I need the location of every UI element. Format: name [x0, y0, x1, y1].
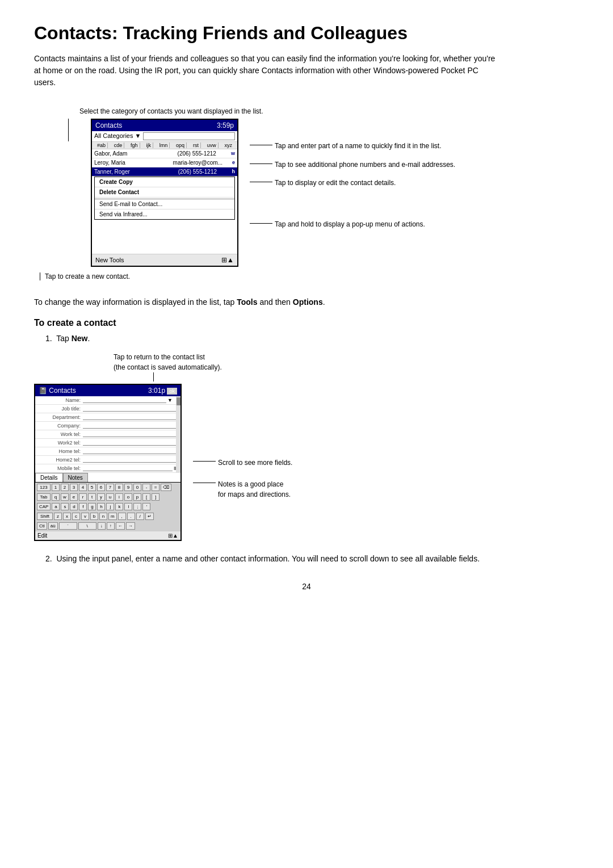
- kb-key-p[interactable]: p: [133, 493, 141, 501]
- kb-key-minus[interactable]: -: [142, 484, 150, 491]
- contact-row[interactable]: Gabor, Adam (206) 555-1212 w: [92, 149, 237, 158]
- tab-details[interactable]: Details: [35, 473, 63, 482]
- kb-key-6[interactable]: 6: [97, 484, 105, 491]
- kb-key-lbracket[interactable]: [: [142, 493, 150, 501]
- kb-key-tab[interactable]: Tab: [37, 493, 51, 501]
- page-number: 24: [34, 582, 579, 591]
- form-bottom-bar[interactable]: Edit ⊞▲: [35, 531, 180, 540]
- form-keyboard-icon[interactable]: ⊞▲: [168, 532, 178, 539]
- kb-key-h[interactable]: h: [97, 503, 105, 510]
- kb-key-quote[interactable]: ': [142, 503, 150, 510]
- contact-form-screen: 📓 Contacts 3:01p ok Name: ▼ Job title: D…: [34, 384, 182, 541]
- kb-key-u[interactable]: u: [106, 493, 114, 501]
- footer-new-tools[interactable]: New Tools: [95, 257, 124, 263]
- kb-key-q[interactable]: q: [52, 493, 60, 501]
- contacts-list-screen: Contacts 3:59p All Categories ▼ #ab cde …: [91, 119, 238, 267]
- kb-key-equal[interactable]: =: [152, 484, 159, 491]
- tab-notes[interactable]: Notes: [63, 473, 88, 482]
- kb-key-7[interactable]: 7: [106, 484, 114, 491]
- field-work2-tel[interactable]: Work2 tel:: [35, 439, 180, 447]
- kb-key-1[interactable]: 1: [52, 484, 60, 491]
- right-callouts: Tap and enter part of a name to quickly …: [250, 119, 579, 267]
- field-job-title[interactable]: Job title:: [35, 405, 180, 413]
- field-home2-tel[interactable]: Home2 tel:: [35, 456, 180, 464]
- category-dropdown[interactable]: All Categories ▼: [94, 132, 141, 140]
- kb-key-comma[interactable]: ,: [118, 513, 126, 520]
- kb-key-3[interactable]: 3: [70, 484, 78, 491]
- kb-key-s[interactable]: s: [61, 503, 69, 510]
- popup-send-infrared[interactable]: Send via Infrared...: [95, 209, 234, 219]
- kb-key-j[interactable]: j: [106, 503, 114, 510]
- kb-key-123[interactable]: 123: [37, 484, 51, 491]
- popup-create-copy[interactable]: Create Copy: [95, 177, 234, 187]
- kb-key-m[interactable]: m: [108, 513, 117, 520]
- popup-send-email[interactable]: Send E-mail to Contact...: [95, 199, 234, 209]
- kb-key-4[interactable]: 4: [79, 484, 87, 491]
- options-bold: Options: [293, 297, 323, 307]
- callout-scroll-fields: Scroll to see more fields.: [193, 458, 579, 468]
- kb-key-up[interactable]: ↑: [107, 522, 115, 530]
- kb-key-n[interactable]: n: [99, 513, 107, 520]
- form-screen-header: 📓 Contacts 3:01p ok: [35, 385, 180, 396]
- kb-key-backspace[interactable]: ⌫: [161, 484, 171, 491]
- kb-key-cap[interactable]: CAP: [37, 503, 51, 510]
- kb-key-9[interactable]: 9: [124, 484, 132, 491]
- field-company[interactable]: Company:: [35, 422, 180, 430]
- form-scrollbar[interactable]: [176, 396, 180, 473]
- step1-text: 1. Tap New.: [34, 334, 579, 343]
- callout-top-text: Select the category of contacts you want…: [79, 107, 263, 116]
- alpha-bar[interactable]: #ab cde fgh ijk lmn opq rst uvw xyz: [92, 142, 237, 149]
- diagram2-container: 📓 Contacts 3:01p ok Name: ▼ Job title: D…: [34, 384, 579, 541]
- kb-key-i[interactable]: i: [115, 493, 123, 501]
- kb-key-a[interactable]: a: [52, 503, 60, 510]
- form-footer-label[interactable]: Edit: [37, 532, 47, 539]
- kb-key-w[interactable]: w: [61, 493, 69, 501]
- kb-key-l[interactable]: l: [124, 503, 132, 510]
- kb-key-o[interactable]: o: [124, 493, 132, 501]
- kb-key-backslash[interactable]: \: [78, 522, 96, 530]
- kb-key-right[interactable]: →: [126, 522, 135, 530]
- kb-key-2[interactable]: 2: [61, 484, 69, 491]
- kb-key-period[interactable]: .: [127, 513, 135, 520]
- kb-key-v[interactable]: v: [81, 513, 89, 520]
- contact-row[interactable]: Leroy, Maria maria-leroy@com... e: [92, 158, 237, 167]
- diagram2-callout-top-area: Tap to return to the contact list (the c…: [34, 352, 579, 381]
- screen-time: 3:59p: [217, 121, 234, 129]
- kb-key-slash[interactable]: /: [136, 513, 144, 520]
- tap-create-note: Tap to create a new contact.: [34, 272, 579, 280]
- kb-key-y[interactable]: y: [97, 493, 105, 501]
- popup-delete-contact[interactable]: Delete Contact: [95, 187, 234, 198]
- field-work-tel[interactable]: Work tel:: [35, 430, 180, 439]
- kb-key-5[interactable]: 5: [88, 484, 96, 491]
- kb-key-k[interactable]: k: [115, 503, 123, 510]
- kb-key-e[interactable]: e: [70, 493, 78, 501]
- kb-key-r[interactable]: r: [79, 493, 87, 501]
- kb-key-enter[interactable]: ↵: [145, 513, 154, 520]
- kb-key-t[interactable]: t: [88, 493, 96, 501]
- kb-key-left[interactable]: ←: [116, 522, 125, 530]
- kb-key-d[interactable]: d: [70, 503, 78, 510]
- kb-key-8[interactable]: 8: [115, 484, 123, 491]
- field-name[interactable]: Name: ▼: [35, 396, 180, 405]
- kb-key-0[interactable]: 0: [133, 484, 141, 491]
- field-mobile-tel[interactable]: Mobile tel:: [35, 464, 180, 473]
- kb-key-down[interactable]: ↓: [98, 522, 106, 530]
- kb-key-x[interactable]: x: [63, 513, 71, 520]
- kb-key-z[interactable]: z: [54, 513, 62, 520]
- kb-key-auu[interactable]: áü: [48, 522, 58, 530]
- kb-key-c[interactable]: c: [72, 513, 80, 520]
- kb-key-semicolon[interactable]: ;: [133, 503, 141, 510]
- kb-key-rbracket[interactable]: ]: [152, 493, 159, 501]
- kb-key-f[interactable]: f: [79, 503, 87, 510]
- keyboard-icon[interactable]: ⊞▲: [221, 256, 234, 264]
- kb-key-shift[interactable]: Shift: [37, 513, 53, 520]
- kb-key-g[interactable]: g: [88, 503, 96, 510]
- kb-key-ctl[interactable]: Ctl: [37, 522, 47, 530]
- contact-row-selected[interactable]: Tanner, Roger (206) 555-1212 h: [92, 167, 237, 177]
- screen-footer[interactable]: New Tools ⊞▲: [92, 254, 237, 266]
- kb-key-b[interactable]: b: [90, 513, 98, 520]
- field-department[interactable]: Department:: [35, 413, 180, 422]
- section-heading-create-contact: To create a contact: [34, 318, 579, 328]
- field-home-tel[interactable]: Home tel:: [35, 447, 180, 456]
- kb-key-backtick[interactable]: `: [59, 522, 77, 530]
